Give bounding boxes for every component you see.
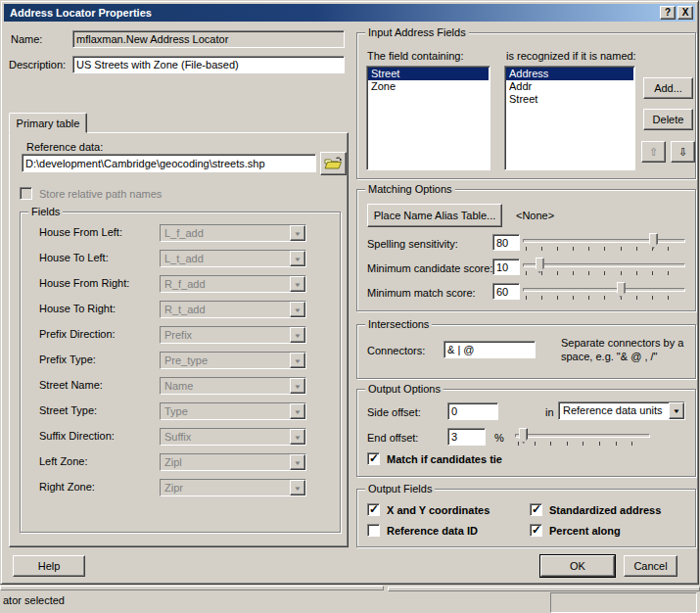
slider-ticks	[518, 442, 648, 446]
slider-track[interactable]	[523, 239, 685, 243]
side-offset-field[interactable]	[447, 402, 498, 420]
reference-data-id-label[interactable]: Reference data ID	[387, 525, 478, 537]
xy-coordinates-label[interactable]: X and Y coordinates	[387, 504, 490, 516]
list-item[interactable]: Street	[368, 68, 489, 80]
standardized-address-checkbox[interactable]: ✓	[530, 503, 542, 516]
description-label: Description:	[9, 59, 66, 71]
house-to-right-combo: R_t_add ▼	[160, 301, 306, 318]
tab-primary-table[interactable]: Primary table	[9, 113, 87, 133]
minimum-match-score-field[interactable]	[492, 283, 520, 300]
chevron-down-icon: ▼	[673, 404, 680, 418]
field-label: Prefix Direction:	[39, 328, 116, 340]
percent-along-label[interactable]: Percent along	[549, 525, 621, 537]
dropdown-button: ▼	[290, 353, 305, 368]
field-row: Right Zone: Zipr ▼	[21, 479, 340, 498]
chevron-down-icon: ▼	[294, 482, 302, 495]
list-item[interactable]: Street	[506, 93, 633, 106]
recognized-names-listbox[interactable]: Address Addr Street	[504, 66, 635, 170]
background-panel-edge	[388, 587, 700, 591]
side-offset-unit-conj: in	[545, 406, 554, 418]
background-panel-edge	[0, 586, 384, 590]
field-containing-listbox[interactable]: Street Zone	[366, 66, 490, 170]
cancel-button[interactable]: Cancel	[624, 555, 677, 577]
output-options-title: Output Options	[365, 383, 443, 395]
description-field[interactable]	[72, 56, 345, 73]
dropdown-button: ▼	[290, 429, 305, 445]
help-button[interactable]: Help	[13, 555, 85, 577]
slider-track[interactable]	[523, 263, 685, 267]
fields-group-title: Fields	[28, 206, 63, 217]
field-row: House From Right: R_f_add ▼	[21, 275, 340, 295]
connectors-note: Separate connectors by a space, e.g. "& …	[561, 336, 696, 363]
slider-track[interactable]	[523, 288, 685, 292]
minimum-candidate-score-slider[interactable]	[523, 257, 685, 278]
check-icon: ✓	[369, 502, 379, 516]
minimum-candidate-score-field[interactable]	[492, 259, 520, 275]
slider-track[interactable]	[515, 434, 650, 438]
house-to-left-combo: L_t_add ▼	[160, 250, 306, 267]
right-zone-combo: Zipr ▼	[160, 479, 306, 496]
output-fields-title: Output Fields	[365, 483, 435, 495]
field-label: House From Right:	[39, 277, 129, 289]
connectors-field[interactable]	[443, 341, 536, 358]
place-name-alias-table-button[interactable]: Place Name Alias Table...	[367, 204, 502, 227]
check-icon: ✓	[532, 502, 541, 516]
field-row: Street Type: Type ▼	[21, 402, 340, 422]
minimum-match-score-slider[interactable]	[523, 281, 685, 303]
titlebar[interactable]: Address Locator Properties ? X	[4, 4, 695, 22]
delete-button[interactable]: Delete	[643, 109, 693, 130]
address-locator-properties-dialog: Address Locator Properties ? X Name: Des…	[0, 0, 699, 585]
check-icon: ✓	[369, 451, 379, 465]
match-if-candidates-tie-checkbox[interactable]: ✓	[367, 452, 380, 465]
window-close-button[interactable]: X	[677, 6, 693, 20]
ok-button[interactable]: OK	[540, 555, 615, 577]
up-arrow-icon: ⇧	[649, 146, 658, 158]
reference-data-field[interactable]	[22, 154, 316, 172]
statusbar-text: ator selected	[3, 594, 65, 606]
slider-ticks	[526, 296, 683, 300]
field-row: House From Left: L_f_add ▼	[21, 224, 340, 244]
percent-along-checkbox[interactable]: ✓	[530, 524, 542, 537]
xy-coordinates-checkbox[interactable]: ✓	[367, 503, 380, 516]
minimum-match-score-label: Minimum match score:	[367, 287, 476, 299]
chevron-down-icon: ▼	[294, 278, 302, 292]
window-help-button[interactable]: ?	[660, 6, 676, 20]
chevron-down-icon: ▼	[294, 227, 302, 241]
standardized-address-label[interactable]: Standardized address	[549, 504, 661, 516]
list-item[interactable]: Addr	[506, 80, 633, 93]
minimum-candidate-score-label: Minimum candidate score:	[367, 262, 492, 274]
field-label: Prefix Type:	[39, 354, 96, 365]
intersections-title: Intersections	[365, 318, 432, 330]
reference-data-id-checkbox[interactable]	[367, 524, 380, 537]
field-row: Prefix Type: Pre_type ▼	[21, 352, 340, 371]
browse-button[interactable]	[320, 152, 347, 175]
matching-options-title: Matching Options	[365, 183, 455, 195]
name-field[interactable]	[72, 30, 345, 48]
move-down-button[interactable]: ⇩	[671, 141, 695, 163]
end-offset-slider[interactable]	[515, 427, 650, 448]
house-from-right-combo: R_f_add ▼	[160, 275, 306, 293]
field-label: House To Left:	[39, 252, 109, 263]
field-label: Street Name:	[39, 379, 103, 391]
units-combo[interactable]: Reference data units ▼	[558, 401, 685, 420]
dropdown-button: ▼	[290, 327, 305, 343]
chevron-down-icon: ▼	[294, 405, 302, 419]
output-fields-group: Output Fields ✓ X and Y coordinates Refe…	[356, 489, 696, 547]
match-if-candidates-tie-label[interactable]: Match if candidates tie	[387, 453, 502, 465]
end-offset-unit: %	[494, 432, 504, 444]
field-containing-label: The field containing:	[367, 50, 463, 62]
street-type-combo: Type ▼	[160, 402, 306, 420]
open-folder-icon	[324, 156, 343, 169]
field-row: House To Right: R_t_add ▼	[21, 301, 340, 320]
list-item[interactable]: Zone	[368, 80, 489, 93]
end-offset-field[interactable]	[447, 428, 486, 446]
spelling-sensitivity-field[interactable]	[492, 234, 520, 251]
list-item[interactable]: Address	[506, 68, 633, 80]
spelling-sensitivity-slider[interactable]	[523, 232, 685, 254]
dropdown-button[interactable]: ▼	[669, 402, 684, 419]
connectors-label: Connectors:	[367, 345, 425, 356]
field-row: Street Name: Name ▼	[21, 377, 340, 397]
add-button[interactable]: Add...	[643, 77, 693, 99]
tab-label: Primary table	[17, 118, 80, 129]
dropdown-button: ▼	[290, 225, 305, 241]
